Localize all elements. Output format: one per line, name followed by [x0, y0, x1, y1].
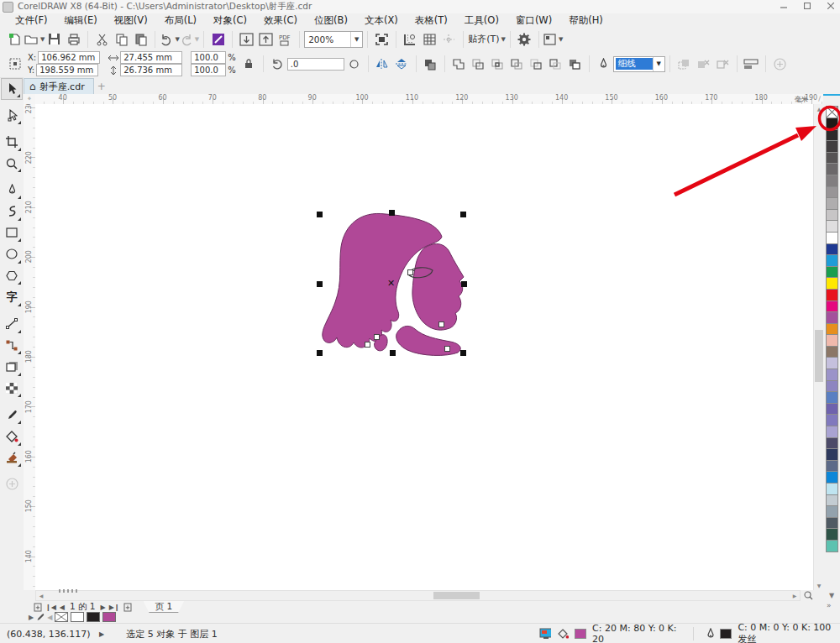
fill-color-swatch[interactable]: [575, 629, 586, 639]
selection-handle-mid-left[interactable]: [317, 281, 323, 287]
lock-ratio-button[interactable]: [239, 55, 259, 74]
open-button[interactable]: ▼: [24, 29, 45, 49]
freehand-tool[interactable]: [1, 179, 23, 201]
show-guidelines-button[interactable]: [439, 29, 459, 49]
copy-button[interactable]: [112, 29, 131, 49]
mirror-vertical-button[interactable]: [392, 55, 412, 74]
minimize-button[interactable]: [778, 1, 790, 11]
close-button[interactable]: [825, 1, 837, 11]
save-button[interactable]: [45, 29, 64, 49]
last-page-button[interactable]: ▶❙: [109, 604, 120, 611]
snap-to-button[interactable]: 贴齐(T) ▼: [468, 29, 506, 49]
palette-color-swatch[interactable]: [826, 369, 838, 381]
show-grid-button[interactable]: [420, 29, 439, 49]
show-rulers-button[interactable]: [401, 29, 420, 49]
palette-color-swatch[interactable]: [826, 277, 838, 290]
weld-button[interactable]: [449, 55, 469, 74]
palette-color-swatch[interactable]: [826, 118, 838, 130]
no-color-swatch[interactable]: [826, 106, 838, 118]
palette-color-swatch[interactable]: [826, 505, 838, 518]
next-page-button[interactable]: ▶: [101, 604, 106, 611]
palette-color-swatch[interactable]: [826, 129, 838, 142]
combine-button[interactable]: [421, 55, 440, 74]
ellipse-tool[interactable]: [1, 243, 23, 265]
width-field[interactable]: 27.455 mm: [120, 51, 182, 64]
create-boundary-button[interactable]: [565, 55, 585, 74]
palette-color-swatch[interactable]: [826, 152, 838, 165]
scroll-left-arrow[interactable]: ◀: [36, 591, 46, 600]
palette-color-swatch[interactable]: [826, 220, 838, 233]
palette-color-swatch[interactable]: [826, 460, 838, 473]
palette-color-swatch[interactable]: [826, 334, 838, 347]
scroll-right-arrow[interactable]: ▶: [790, 591, 800, 600]
horizontal-scrollbar[interactable]: ◀ ▶: [35, 590, 801, 601]
palette-color-swatch[interactable]: [826, 414, 838, 426]
selection-center-marker[interactable]: ✕: [387, 278, 395, 289]
artistic-media-tool[interactable]: [1, 201, 23, 222]
horizontal-scroll-thumb[interactable]: [433, 592, 480, 599]
menu-item[interactable]: 帮助(H): [560, 13, 612, 28]
add-page-end-button[interactable]: [123, 603, 132, 612]
trim-button[interactable]: [469, 55, 488, 74]
menu-item[interactable]: 窗口(W): [507, 13, 560, 28]
palette-color-swatch[interactable]: [826, 391, 838, 404]
doc-palette-flyout-button[interactable]: ▶: [29, 614, 34, 621]
palette-color-swatch[interactable]: [826, 243, 838, 256]
palette-color-swatch[interactable]: [826, 517, 838, 530]
scroll-down-arrow[interactable]: ▼: [814, 581, 824, 590]
doc-color-swatch-black[interactable]: [87, 612, 100, 622]
palette-color-swatch[interactable]: [826, 163, 838, 175]
selection-handle-bottom-left[interactable]: [317, 350, 323, 356]
palette-color-swatch[interactable]: [826, 209, 838, 222]
cut-button[interactable]: [92, 29, 112, 49]
fullscreen-preview-button[interactable]: [372, 29, 391, 49]
palette-color-swatch[interactable]: [826, 323, 838, 336]
doc-no-color-swatch[interactable]: [55, 612, 68, 622]
palette-color-swatch[interactable]: [826, 346, 838, 358]
crop-tool[interactable]: [1, 131, 23, 153]
palette-color-swatch[interactable]: [826, 494, 838, 507]
outline-width-caret[interactable]: ▼: [653, 57, 664, 71]
status-flyout-button[interactable]: ▶: [99, 630, 104, 638]
document-tab[interactable]: ⌂ 射手座.cdr: [24, 78, 94, 94]
paste-button[interactable]: [131, 29, 150, 49]
transparency-tool[interactable]: [1, 378, 23, 400]
palette-color-swatch[interactable]: [826, 540, 838, 552]
selection-handle-top-center[interactable]: [389, 210, 395, 216]
palette-color-swatch[interactable]: [826, 437, 838, 450]
export-button[interactable]: [256, 29, 276, 49]
publish-pdf-button[interactable]: PDF: [276, 29, 295, 49]
palette-expand-button[interactable]: »: [827, 601, 832, 609]
palette-color-swatch[interactable]: [826, 197, 838, 210]
back-minus-front-button[interactable]: [546, 55, 565, 74]
palette-color-swatch[interactable]: [826, 448, 838, 461]
selection-handle-bottom-right[interactable]: [460, 350, 466, 356]
selection-handle-top-right[interactable]: [460, 212, 466, 217]
x-position-field[interactable]: 106.962 mm: [38, 51, 100, 64]
selection-handle-bottom-center[interactable]: [390, 350, 396, 356]
menu-item[interactable]: 文本(X): [356, 13, 407, 28]
palette-color-swatch[interactable]: [826, 186, 838, 199]
palette-color-swatch[interactable]: [826, 528, 838, 541]
new-document-button[interactable]: [5, 29, 24, 49]
palette-color-swatch[interactable]: [826, 311, 838, 324]
maximize-button[interactable]: [801, 1, 813, 11]
app-launcher-caret[interactable]: ▼: [559, 36, 563, 43]
menu-item[interactable]: 编辑(E): [56, 13, 106, 28]
zoom-level-combo[interactable]: 200% ▼: [304, 31, 363, 48]
interactive-fill-tool[interactable]: [1, 426, 23, 447]
toolbox-customize-button[interactable]: [1, 473, 23, 495]
rotation-field[interactable]: .0: [287, 58, 344, 71]
remove-fill-button[interactable]: [694, 55, 713, 74]
doc-palette-eyedropper-icon[interactable]: [36, 613, 45, 622]
snap-to-caret[interactable]: ▼: [501, 36, 505, 43]
outline-color-swatch[interactable]: [720, 629, 732, 639]
face-shape[interactable]: [412, 243, 464, 330]
simplify-button[interactable]: [507, 55, 527, 74]
smart-fill-tool[interactable]: [1, 447, 23, 469]
palette-color-swatch[interactable]: [826, 483, 838, 495]
new-tab-button[interactable]: +: [94, 79, 109, 94]
menu-item[interactable]: 对象(C): [205, 13, 255, 28]
app-launcher-button[interactable]: ▼: [543, 29, 563, 49]
undo-button[interactable]: ▼: [160, 29, 179, 49]
